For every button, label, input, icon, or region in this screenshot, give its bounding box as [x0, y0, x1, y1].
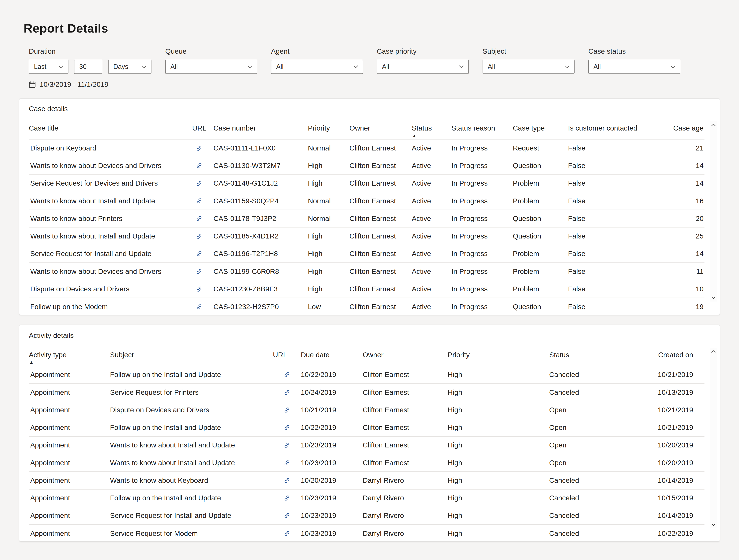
table-row[interactable]: Service Request for Devices and DriversC… [29, 175, 705, 192]
cell-is-customer-contacted: False [568, 303, 669, 311]
table-row[interactable]: AppointmentFollow up on the Install and … [29, 419, 705, 437]
column-header-case-age[interactable]: Case age [669, 124, 705, 133]
column-header-created-on[interactable]: Created on [650, 351, 705, 359]
scroll-down-button[interactable] [711, 521, 716, 528]
agent-value: All [276, 63, 284, 71]
link-icon[interactable] [196, 145, 202, 151]
column-header-url[interactable]: URL [273, 351, 301, 359]
cell-created-on: 10/22/2019 [650, 530, 705, 538]
cell-priority: High [448, 423, 549, 432]
cell-case-age: 14 [669, 250, 705, 258]
cell-activity-type: Appointment [29, 530, 110, 538]
case-status-select[interactable]: All [588, 60, 680, 74]
duration-unit-select[interactable]: Days [108, 60, 152, 74]
link-icon[interactable] [284, 477, 290, 484]
column-header-priority[interactable]: Priority [448, 351, 549, 359]
link-icon[interactable] [196, 162, 202, 169]
duration-amount-input[interactable] [74, 60, 102, 74]
table-row[interactable]: Wants to know about Devices and DriversC… [29, 263, 705, 280]
table-row[interactable]: AppointmentService Request for Modem10/2… [29, 525, 705, 542]
cell-created-on: 10/15/2019 [650, 494, 705, 502]
column-header-status-reason[interactable]: Status reason [451, 124, 513, 133]
cell-case-type: Problem [513, 285, 568, 293]
table-row[interactable]: AppointmentWants to know about Install a… [29, 437, 705, 454]
column-header-activity-type[interactable]: Activity type▲ [29, 351, 110, 359]
cell-status: Active [412, 197, 451, 205]
table-row[interactable]: Wants to know about PrintersCAS-01178-T9… [29, 210, 705, 228]
link-icon[interactable] [196, 215, 202, 222]
table-row[interactable]: AppointmentWants to know about Install a… [29, 454, 705, 472]
link-icon[interactable] [196, 180, 202, 186]
scroll-up-button[interactable] [711, 121, 716, 129]
table-row[interactable]: AppointmentService Request for Install a… [29, 507, 705, 525]
table-row[interactable]: AppointmentService Request for Printers1… [29, 384, 705, 401]
column-header-priority[interactable]: Priority [308, 124, 349, 133]
cell-owner: Darryl Rivero [362, 476, 448, 484]
link-icon[interactable] [196, 286, 202, 292]
link-icon[interactable] [196, 233, 202, 240]
table-row[interactable]: Wants to know about Install and UpdateCA… [29, 228, 705, 245]
table-row[interactable]: AppointmentDispute on Devices and Driver… [29, 401, 705, 419]
table-row[interactable]: AppointmentWants to know about Keyboard1… [29, 472, 705, 489]
cell-subject: Follow up on the Install and Update [110, 494, 273, 502]
column-header-case-title[interactable]: Case title [29, 124, 185, 133]
cell-status: Active [412, 144, 451, 152]
table-row[interactable]: Follow up on the ModemCAS-01232-H2S7P0Lo… [29, 298, 705, 315]
column-header-owner[interactable]: Owner [362, 351, 448, 359]
column-header-url[interactable]: URL [185, 124, 213, 133]
queue-select[interactable]: All [165, 60, 257, 74]
cell-url [185, 286, 213, 292]
column-header-status[interactable]: Status [549, 351, 651, 359]
duration-label: Duration [29, 47, 151, 55]
link-icon[interactable] [284, 407, 290, 413]
scroll-up-button[interactable] [711, 348, 716, 356]
agent-select[interactable]: All [271, 60, 363, 74]
cell-url [273, 407, 301, 413]
column-header-case-number[interactable]: Case number [213, 124, 308, 133]
table-row[interactable]: Wants to know about Install and UpdateCA… [29, 192, 705, 210]
link-icon[interactable] [284, 512, 290, 519]
column-header-label: Case age [673, 124, 704, 132]
cell-priority: High [448, 388, 549, 397]
subject-select[interactable]: All [482, 60, 575, 74]
cell-owner: Clifton Earnest [349, 267, 412, 276]
column-header-label: Created on [658, 351, 693, 359]
column-header-due-date[interactable]: Due date [301, 351, 362, 359]
activity-table-scrollbar[interactable] [710, 348, 717, 528]
table-row[interactable]: AppointmentFollow up on the Install and … [29, 366, 705, 384]
link-icon[interactable] [196, 303, 202, 310]
cell-due-date: 10/23/2019 [301, 512, 362, 520]
column-header-case-type[interactable]: Case type [513, 124, 568, 133]
case-priority-select[interactable]: All [377, 60, 469, 74]
link-icon[interactable] [284, 442, 290, 448]
table-row[interactable]: Wants to know about Devices and DriversC… [29, 157, 705, 175]
link-icon[interactable] [196, 268, 202, 275]
link-icon[interactable] [196, 251, 202, 257]
link-icon[interactable] [284, 495, 290, 501]
column-header-label: URL [273, 351, 287, 359]
table-row[interactable]: AppointmentFollow up on the Install and … [29, 489, 705, 507]
column-header-owner[interactable]: Owner [349, 124, 412, 133]
column-header-label: Due date [301, 351, 329, 359]
table-row[interactable]: Dispute on KeyboardCAS-01111-L1F0X0Norma… [29, 140, 705, 157]
cell-status: Canceled [549, 371, 651, 379]
link-icon[interactable] [196, 197, 202, 204]
duration-range-type-select[interactable]: Last [29, 60, 68, 74]
link-icon[interactable] [284, 530, 290, 537]
cell-priority: High [448, 512, 549, 520]
link-icon[interactable] [284, 389, 290, 396]
queue-label: Queue [165, 47, 257, 55]
chevron-down-icon [58, 65, 64, 68]
case-table-scrollbar[interactable] [710, 121, 717, 302]
table-row[interactable]: Dispute on Devices and DriversCAS-01230-… [29, 280, 705, 298]
cell-subject: Dispute on Devices and Drivers [110, 406, 273, 414]
link-icon[interactable] [284, 372, 290, 378]
column-header-status[interactable]: Status▲ [412, 124, 451, 133]
link-icon[interactable] [284, 424, 290, 431]
column-header-is-customer-contacted[interactable]: Is customer contacted [568, 124, 669, 133]
link-icon[interactable] [284, 460, 290, 466]
filter-case-priority: Case priority All [377, 47, 469, 74]
column-header-subject[interactable]: Subject [110, 351, 273, 359]
table-row[interactable]: Service Request for Install and UpdateCA… [29, 245, 705, 263]
scroll-down-button[interactable] [711, 294, 716, 302]
